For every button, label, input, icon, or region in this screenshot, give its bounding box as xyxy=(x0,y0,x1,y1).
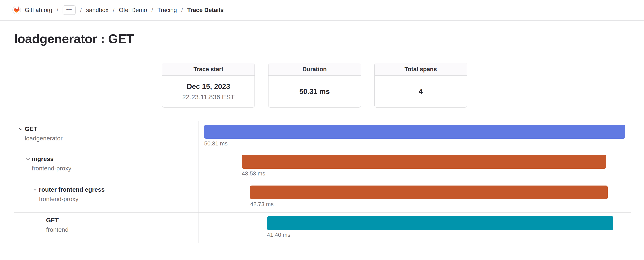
duration-value: 50.31 ms xyxy=(299,87,330,96)
trace-start-card: Trace start Dec 15, 2023 22:23:11.836 ES… xyxy=(162,63,255,108)
total-spans-card-title: Total spans xyxy=(375,63,467,76)
total-spans-value: 4 xyxy=(418,87,422,96)
trace-summary-cards: Trace start Dec 15, 2023 22:23:11.836 ES… xyxy=(162,63,644,108)
trace-start-date: Dec 15, 2023 xyxy=(187,82,230,91)
span-service: loadgenerator xyxy=(25,135,62,142)
breadcrumb-item-gitlab-org[interactable]: GitLab.org xyxy=(25,7,52,14)
span-info-cell: GET loadgenerator xyxy=(14,121,198,151)
span-bar[interactable] xyxy=(242,155,606,169)
span-operation: GET xyxy=(46,217,69,224)
breadcrumb-separator: / xyxy=(113,7,114,14)
breadcrumb-separator: / xyxy=(181,7,183,14)
span-duration-label: 41.40 ms xyxy=(267,231,290,238)
chevron-down-icon[interactable] xyxy=(18,127,23,131)
page-title: loadgenerator : GET xyxy=(14,32,644,46)
breadcrumb-separator: / xyxy=(57,7,58,14)
span-chart-cell: 42.73 ms xyxy=(198,182,631,212)
gitlab-logo-avatar[interactable] xyxy=(12,6,21,14)
duration-card-title: Duration xyxy=(268,63,360,76)
span-bar[interactable] xyxy=(267,216,613,230)
breadcrumb-item-otel-demo[interactable]: Otel Demo xyxy=(119,7,147,14)
span-row: router frontend egress frontend-proxy 42… xyxy=(14,182,631,213)
span-info-cell: GET frontend xyxy=(14,213,198,243)
span-waterfall: GET loadgenerator 50.31 ms ingress front… xyxy=(14,121,631,243)
span-bar[interactable] xyxy=(250,185,608,199)
chevron-down-icon[interactable] xyxy=(33,187,37,192)
chevron-down-icon[interactable] xyxy=(26,157,30,161)
trace-start-card-title: Trace start xyxy=(162,63,254,76)
breadcrumb-bar: GitLab.org / ••• / sandbox / Otel Demo /… xyxy=(0,0,644,21)
gitlab-tanuki-icon xyxy=(14,8,20,13)
span-chart-cell: 50.31 ms xyxy=(198,121,631,151)
span-operation: router frontend egress xyxy=(39,186,104,193)
breadcrumb-separator: / xyxy=(80,7,82,14)
span-row: ingress frontend-proxy 43.53 ms xyxy=(14,151,631,182)
breadcrumb-ellipsis-button[interactable]: ••• xyxy=(62,5,76,15)
breadcrumb-separator: / xyxy=(152,7,153,14)
span-chart-cell: 41.40 ms xyxy=(198,213,631,243)
span-chart-cell: 43.53 ms xyxy=(198,151,631,182)
span-service: frontend xyxy=(46,226,69,233)
total-spans-card: Total spans 4 xyxy=(374,63,467,108)
span-row: GET loadgenerator 50.31 ms xyxy=(14,121,631,151)
span-duration-label: 43.53 ms xyxy=(242,170,265,177)
span-row: GET frontend 41.40 ms xyxy=(14,213,631,243)
span-info-cell: ingress frontend-proxy xyxy=(14,151,198,182)
span-bar[interactable] xyxy=(204,125,625,139)
breadcrumb-item-sandbox[interactable]: sandbox xyxy=(86,7,108,14)
span-operation: ingress xyxy=(32,155,72,162)
span-service: frontend-proxy xyxy=(32,165,72,172)
span-duration-label: 50.31 ms xyxy=(204,140,228,147)
span-duration-label: 42.73 ms xyxy=(250,201,274,208)
duration-card: Duration 50.31 ms xyxy=(268,63,361,108)
trace-start-time: 22:23:11.836 EST xyxy=(182,93,235,101)
breadcrumb-item-tracing[interactable]: Tracing xyxy=(157,7,177,14)
breadcrumb: GitLab.org / ••• / sandbox / Otel Demo /… xyxy=(12,5,224,15)
span-info-cell: router frontend egress frontend-proxy xyxy=(14,182,198,212)
breadcrumb-item-trace-details: Trace Details xyxy=(187,7,224,14)
span-service: frontend-proxy xyxy=(39,196,104,203)
span-operation: GET xyxy=(25,126,62,133)
